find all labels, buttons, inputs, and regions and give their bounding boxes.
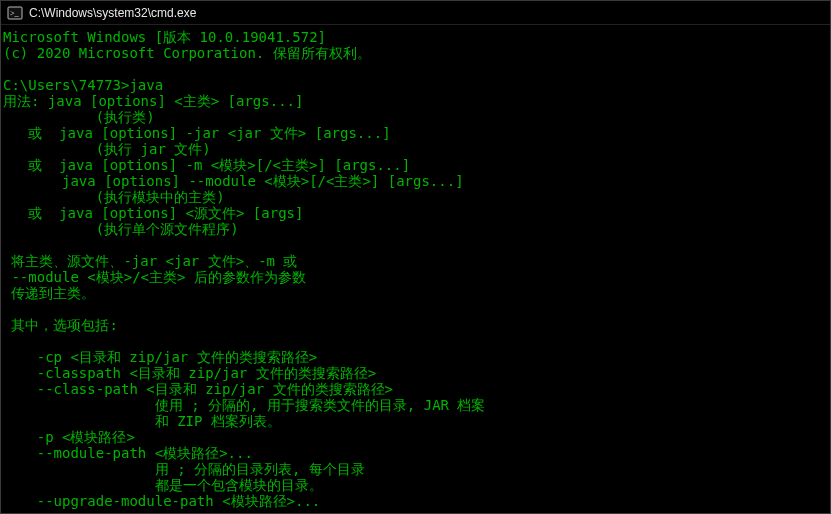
terminal-line: 用法: java [options] <主类> [args...]: [3, 93, 828, 109]
terminal-line: -classpath <目录和 zip/jar 文件的类搜索路径>: [3, 365, 828, 381]
window-title: C:\Windows\system32\cmd.exe: [29, 6, 824, 20]
terminal-line: --module <模块>/<主类> 后的参数作为参数: [3, 269, 828, 285]
cmd-icon: >_: [7, 5, 23, 21]
terminal-line: 用 ; 分隔的目录列表, 每个目录: [3, 461, 828, 477]
terminal-line: -p <模块路径>: [3, 429, 828, 445]
terminal-line: (执行模块中的主类): [3, 189, 828, 205]
terminal-line: [3, 61, 828, 77]
terminal-line: 或 java [options] <源文件> [args]: [3, 205, 828, 221]
terminal-line: java [options] --module <模块>[/<主类>] [arg…: [3, 173, 828, 189]
terminal-line: (执行 jar 文件): [3, 141, 828, 157]
terminal-line: 将主类、源文件、-jar <jar 文件>、-m 或: [3, 253, 828, 269]
terminal-line: 使用 ; 分隔的, 用于搜索类文件的目录, JAR 档案: [3, 397, 828, 413]
title-bar[interactable]: >_ C:\Windows\system32\cmd.exe: [1, 1, 830, 25]
terminal-line: 都是一个包含模块的目录。: [3, 477, 828, 493]
terminal-line: --class-path <目录和 zip/jar 文件的类搜索路径>: [3, 381, 828, 397]
terminal-line: 或 java [options] -m <模块>[/<主类>] [args...…: [3, 157, 828, 173]
terminal-line: [3, 301, 828, 317]
terminal-line: [3, 333, 828, 349]
terminal-line: [3, 237, 828, 253]
terminal-line: (执行类): [3, 109, 828, 125]
terminal-line: --module-path <模块路径>...: [3, 445, 828, 461]
svg-text:>_: >_: [10, 9, 20, 18]
terminal-line: 或 java [options] -jar <jar 文件> [args...]: [3, 125, 828, 141]
terminal-line: 传递到主类。: [3, 285, 828, 301]
terminal-line: (c) 2020 Microsoft Corporation. 保留所有权利。: [3, 45, 828, 61]
terminal-output[interactable]: Microsoft Windows [版本 10.0.19041.572](c)…: [1, 25, 830, 513]
terminal-line: --upgrade-module-path <模块路径>...: [3, 493, 828, 509]
terminal-line: (执行单个源文件程序): [3, 221, 828, 237]
terminal-line: Microsoft Windows [版本 10.0.19041.572]: [3, 29, 828, 45]
terminal-line: 和 ZIP 档案列表。: [3, 413, 828, 429]
terminal-line: C:\Users\74773>java: [3, 77, 828, 93]
terminal-line: 其中，选项包括:: [3, 317, 828, 333]
terminal-line: -cp <目录和 zip/jar 文件的类搜索路径>: [3, 349, 828, 365]
cmd-window: >_ C:\Windows\system32\cmd.exe Microsoft…: [0, 0, 831, 514]
